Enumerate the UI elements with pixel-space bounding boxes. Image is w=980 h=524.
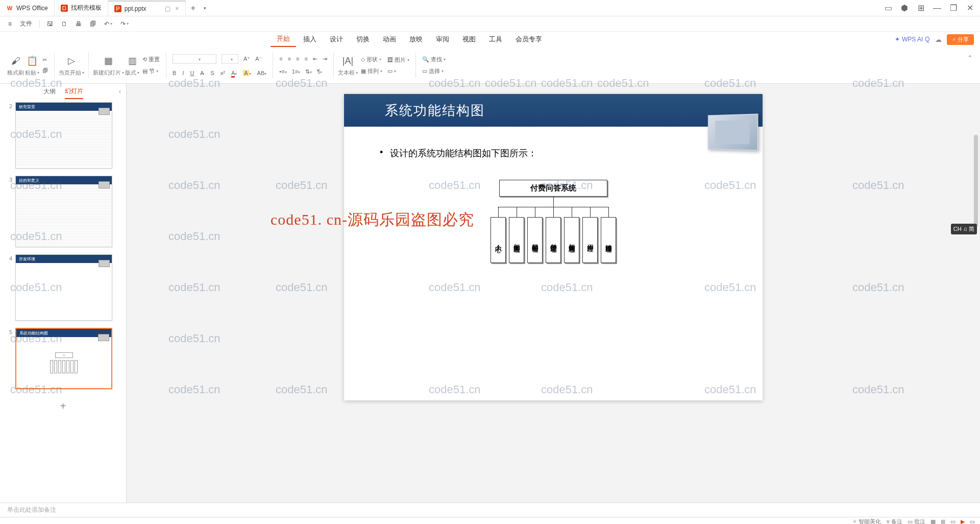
reset-button[interactable]: ⟲ 重置 — [140, 55, 162, 64]
notes-toggle[interactable]: ≡ 备注 — [886, 518, 902, 524]
view-slideshow-icon[interactable]: ▶ — [961, 518, 965, 524]
collapse-ribbon-icon[interactable]: ⌃ — [967, 54, 973, 62]
slide-thumbnail[interactable]: 目的和意义 — [15, 176, 112, 247]
fill-button[interactable]: ▭▾ — [385, 67, 411, 76]
slide-thumbnail-selected[interactable]: 系统功能结构图 ▭ — [15, 328, 112, 389]
smart-beautify-button[interactable]: ✧ 智能美化 — [852, 518, 881, 524]
redo-button[interactable]: ↷▾ — [117, 19, 132, 29]
preview-icon[interactable]: 🗐 — [87, 19, 99, 29]
align-justify-icon[interactable]: ≡ — [305, 56, 308, 62]
close-window-icon[interactable]: ✕ — [965, 3, 975, 13]
notes-pane[interactable]: 单击此处添加备注 — [0, 503, 980, 517]
highlight-button[interactable]: A▾ — [243, 70, 251, 76]
maximize-icon[interactable]: ❐ — [948, 3, 959, 13]
ime-indicator[interactable]: CH ♫ 简 — [951, 224, 977, 234]
tab-template[interactable]: D 找稻壳模板 — [55, 1, 108, 16]
close-icon[interactable]: × — [176, 5, 179, 12]
copy-button[interactable]: 🗐 — [40, 66, 50, 75]
save-icon[interactable]: 🖫 — [44, 19, 56, 29]
menu-design[interactable]: 设计 — [324, 32, 349, 46]
italic-button[interactable]: I — [182, 70, 184, 76]
view-reading-icon[interactable]: ▭ — [950, 518, 955, 524]
menu-review[interactable]: 审阅 — [430, 32, 455, 46]
font-size-select[interactable]: ▾ — [222, 54, 238, 64]
select-button[interactable]: ▭ 选择▾ — [420, 66, 448, 76]
new-slide-button[interactable]: ▦新建幻灯片▾ — [93, 54, 124, 77]
align-right-icon[interactable]: ≡ — [296, 56, 299, 62]
text-direction-icon[interactable]: ¶▾ — [317, 68, 322, 75]
strike-button[interactable]: A̶ — [200, 70, 204, 77]
textbox-button[interactable]: |A|文本框▾ — [338, 54, 358, 77]
bullet-list-icon[interactable]: ⦁≡▾ — [279, 68, 286, 75]
indent-increase-icon[interactable]: ⇥ — [323, 56, 327, 62]
number-list-icon[interactable]: 1≡▾ — [292, 68, 301, 75]
tab-restore-icon[interactable]: ▢ — [165, 5, 170, 12]
shapes-button[interactable]: ◇ 形状▾ — [359, 55, 384, 64]
find-button[interactable]: 🔍 查找▾ — [420, 55, 448, 64]
panel-icon[interactable]: ▭ — [883, 3, 893, 13]
thumb-row[interactable]: 3 目的和意义 — [5, 176, 121, 247]
menu-slideshow[interactable]: 放映 — [403, 32, 429, 46]
paste-button[interactable]: 📋粘贴▾ — [25, 54, 39, 77]
slides-tab[interactable]: 幻灯片 — [65, 84, 83, 99]
cut-button[interactable]: ✂ — [40, 56, 50, 64]
scrollbar-thumb[interactable] — [974, 135, 978, 227]
cloud-icon[interactable]: ☁ — [935, 36, 942, 43]
thumb-row[interactable]: 2 研究背景 — [5, 102, 121, 169]
start-slideshow-button[interactable]: ▷当页开始▾ — [59, 54, 84, 77]
view-sorter-icon[interactable]: ⊞ — [941, 518, 945, 524]
slide-viewport[interactable]: 系统功能结构图 • 设计的系统功能结构图如下图所示： 付费问答系统 个人中心 新… — [127, 84, 980, 503]
indent-decrease-icon[interactable]: ⇤ — [313, 56, 317, 62]
grid-icon[interactable]: ⊞ — [916, 3, 926, 13]
align-center-icon[interactable]: ≡ — [288, 56, 291, 62]
picture-button[interactable]: 🖼 图片▾ — [385, 55, 411, 65]
menu-start[interactable]: 开始 — [271, 32, 296, 47]
layout-button[interactable]: ▥版式▾ — [125, 54, 139, 77]
minimize-icon[interactable]: — — [932, 3, 942, 13]
comments-toggle[interactable]: ▭ 批注 — [908, 518, 925, 524]
menu-member[interactable]: 会员专享 — [509, 32, 548, 46]
superscript-button[interactable]: x² — [220, 70, 225, 76]
change-case-button[interactable]: AB▾ — [257, 70, 267, 76]
font-family-select[interactable]: ▾ — [173, 54, 216, 64]
new-tab-button[interactable]: + — [186, 4, 201, 13]
print-icon[interactable]: 🖶 — [72, 19, 85, 29]
tab-list-dropdown[interactable]: ▾ — [201, 6, 209, 11]
zoom-out-icon[interactable]: ▭ — [970, 518, 975, 524]
menu-view[interactable]: 视图 — [456, 32, 482, 46]
bold-button[interactable]: B — [173, 70, 176, 76]
align-left-icon[interactable]: ≡ — [279, 56, 282, 62]
menu-insert[interactable]: 插入 — [297, 32, 323, 46]
decrease-font-icon[interactable]: A⁻ — [255, 56, 262, 62]
view-normal-icon[interactable]: ▦ — [930, 518, 936, 524]
slide-thumbnail[interactable]: 开发环境 — [15, 254, 112, 321]
share-button[interactable]: ♂ 分享 — [947, 34, 974, 45]
menu-animation[interactable]: 动画 — [377, 32, 402, 46]
hamburger-icon[interactable]: ≡ — [5, 19, 15, 29]
wps-ai-button[interactable]: ✦ WPS AI Q — [895, 36, 930, 43]
undo-button[interactable]: ↶▾ — [101, 19, 115, 29]
strikethrough-button[interactable]: S — [210, 70, 214, 76]
cube-icon[interactable]: ⬢ — [899, 3, 910, 13]
export-icon[interactable]: 🗋 — [58, 19, 70, 29]
underline-button[interactable]: U — [190, 70, 194, 76]
font-color-button[interactable]: A▾ — [231, 70, 237, 76]
slide-thumbnail[interactable]: 研究背景 — [15, 102, 112, 169]
vertical-scrollbar[interactable] — [973, 84, 979, 482]
tab-wps-home[interactable]: W WPS Office — [0, 1, 55, 16]
file-menu[interactable]: 文件 — [17, 18, 35, 30]
collapse-panel-icon[interactable]: ‹ — [119, 88, 121, 95]
format-painter-button[interactable]: 🖌格式刷 — [7, 54, 24, 77]
menu-tools[interactable]: 工具 — [483, 32, 508, 46]
section-button[interactable]: ▤ 节▾ — [140, 66, 162, 76]
thumb-row[interactable]: 4 开发环境 — [5, 254, 121, 321]
arrange-button[interactable]: ▦ 排列▾ — [359, 66, 384, 76]
line-spacing-icon[interactable]: ⇅▾ — [305, 68, 312, 75]
menu-transition[interactable]: 切换 — [350, 32, 376, 46]
tab-document[interactable]: P ppt.pptx ▢ × — [108, 1, 186, 16]
thumb-row[interactable]: 5 系统功能结构图 ▭ — [5, 328, 121, 389]
increase-font-icon[interactable]: A⁺ — [243, 56, 250, 62]
add-slide-button[interactable]: + — [5, 396, 121, 416]
current-slide[interactable]: 系统功能结构图 • 设计的系统功能结构图如下图所示： 付费问答系统 个人中心 新… — [344, 94, 763, 400]
outline-tab[interactable]: 大纲 — [43, 85, 56, 99]
